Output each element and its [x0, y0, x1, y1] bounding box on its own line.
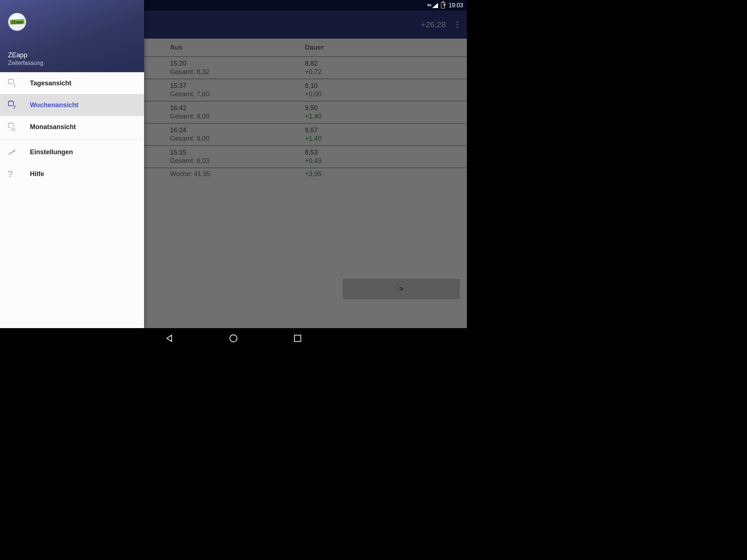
calendar-icon: 7 [7, 101, 30, 109]
battery-icon: ⚡ [441, 2, 445, 8]
svg-point-0 [230, 335, 237, 342]
drawer-item-monatsansicht[interactable]: 31Monatsansicht [0, 116, 144, 138]
signal-icon [432, 3, 438, 8]
navigation-drawer: ZEapp ZEapp Zeiterfassung 1Tagesansicht7… [0, 0, 144, 328]
svg-rect-1 [294, 335, 301, 341]
drawer-item-label: Monatsansicht [30, 123, 76, 131]
drawer-item-label: Tagesansicht [30, 79, 71, 87]
system-nav-bar [0, 328, 467, 350]
network-indicator: 3G [427, 3, 438, 8]
app-logo: ZEapp [8, 13, 26, 31]
network-label: 3G [427, 4, 431, 7]
drawer-divider [0, 139, 144, 140]
drawer-item-hilfe[interactable]: ?Hilfe [0, 163, 144, 185]
drawer-item-tagesansicht[interactable]: 1Tagesansicht [0, 72, 144, 94]
nav-back-icon[interactable] [165, 334, 174, 345]
drawer-app-subtitle: Zeiterfassung [8, 60, 136, 66]
drawer-item-einstellungen[interactable]: Einstellungen [0, 141, 144, 163]
drawer-item-wochenansicht[interactable]: 7Wochenansicht [0, 94, 144, 116]
drawer-item-label: Einstellungen [30, 148, 73, 156]
question-icon: ? [7, 169, 30, 179]
drawer-item-label: Wochenansicht [30, 101, 78, 109]
wrench-icon [7, 148, 30, 156]
drawer-item-label: Hilfe [30, 170, 44, 178]
calendar-icon: 1 [7, 79, 30, 87]
drawer-app-name: ZEapp [8, 51, 136, 59]
nav-recent-icon[interactable] [293, 334, 302, 345]
calendar-icon: 31 [7, 123, 30, 131]
nav-home-icon[interactable] [229, 334, 238, 345]
status-clock: 19:03 [449, 2, 463, 9]
drawer-header: ZEapp ZEapp Zeiterfassung [0, 0, 144, 72]
